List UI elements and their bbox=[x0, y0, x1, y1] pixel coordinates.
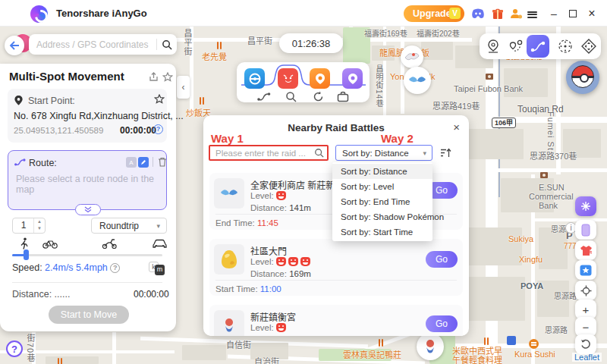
route-mode-draw-button[interactable] bbox=[138, 157, 149, 168]
sort-select[interactable]: Sort by: Distance ▾ bbox=[335, 145, 432, 161]
route-type-select[interactable]: Roundtrip ▾ bbox=[91, 218, 167, 234]
mode-joystick-icon[interactable] bbox=[557, 39, 574, 54]
map-label: Kura Sushi bbox=[514, 350, 555, 359]
sort-dropdown-menu: Sort by: Distance Sort by: Level Sort by… bbox=[332, 162, 432, 241]
start-to-move-button[interactable]: Start to Move bbox=[49, 306, 129, 324]
back-button[interactable] bbox=[5, 36, 24, 55]
share-icon[interactable] bbox=[149, 71, 159, 85]
location-pin-icon bbox=[14, 95, 24, 109]
speed-help-icon[interactable]: ? bbox=[110, 263, 120, 273]
app-tab-raid-icon[interactable] bbox=[278, 68, 298, 89]
raid-item[interactable]: 新莊鎮衡宮 Level: Distance: 289m Go bbox=[209, 305, 463, 336]
search-icon[interactable] bbox=[310, 148, 327, 158]
start-point-address: No. 678 Xingfu Rd,Xinzhuang District, ..… bbox=[14, 111, 184, 121]
raid-name: 社區大門 bbox=[250, 244, 287, 257]
unit-m[interactable]: m bbox=[155, 265, 165, 275]
reset-view-button[interactable] bbox=[575, 334, 596, 354]
speed-slider-track[interactable] bbox=[12, 254, 162, 256]
raid-panel-close-icon[interactable]: × bbox=[453, 121, 460, 133]
account-icon[interactable] bbox=[508, 6, 524, 21]
refresh-tool-icon[interactable] bbox=[311, 90, 325, 102]
device-button[interactable] bbox=[575, 220, 596, 240]
star-icon[interactable] bbox=[154, 94, 165, 106]
sort-option[interactable]: Sort by: Start Time bbox=[332, 224, 432, 240]
go-button[interactable]: Go bbox=[426, 251, 458, 268]
pokemon-marker-bird[interactable] bbox=[401, 46, 423, 68]
building bbox=[463, 129, 524, 159]
discord-icon[interactable] bbox=[470, 6, 486, 21]
sort-option[interactable]: Sort by: End Time bbox=[332, 194, 432, 209]
scooter-speed-icon[interactable] bbox=[102, 237, 117, 250]
mode-two-spot-icon[interactable] bbox=[508, 39, 524, 54]
upgrade-button[interactable]: Upgrade V bbox=[404, 5, 464, 22]
time-value: 11:45 bbox=[257, 218, 278, 228]
collection-button[interactable] bbox=[575, 260, 596, 280]
bank-icon bbox=[486, 74, 493, 80]
raid-item[interactable]: 社區大門 Level: Distance: 169m Start Time: 1… bbox=[209, 239, 463, 296]
locate-button[interactable] bbox=[575, 281, 596, 300]
burger-icon bbox=[529, 339, 539, 349]
titlebar: Tenorshare iAnyGo Upgrade V – × bbox=[0, 0, 607, 27]
wings-icon bbox=[407, 74, 427, 87]
walk-speed-icon[interactable] bbox=[17, 237, 32, 250]
shirt-icon bbox=[580, 245, 593, 256]
mode-multi-spot-selected[interactable] bbox=[527, 35, 549, 58]
map-label: 自信街 bbox=[226, 338, 251, 350]
route-box[interactable]: Route: A Please select a route node in t… bbox=[8, 150, 167, 210]
menu-icon[interactable] bbox=[527, 6, 543, 21]
level-label: Level: bbox=[250, 257, 274, 266]
sort-option[interactable]: Sort by: Level bbox=[332, 179, 432, 194]
sidebar-collapse-handle[interactable]: ‹ bbox=[177, 76, 190, 99]
bag-tool-icon[interactable] bbox=[336, 90, 350, 102]
cooldown-timer: 01:26:38 bbox=[279, 33, 343, 53]
app-tab-pokemon-map-icon[interactable] bbox=[244, 68, 265, 89]
building bbox=[463, 277, 525, 321]
close-button[interactable]: × bbox=[584, 6, 599, 21]
map-label: Taipei Fubon Bank bbox=[454, 84, 523, 93]
speed-row: Speed: 2.4m/s 5.4mph ? bbox=[12, 262, 120, 273]
search-icon[interactable] bbox=[157, 39, 177, 50]
loop-count-stepper[interactable]: 1 ▲▼ bbox=[12, 218, 46, 234]
pokemon-go-fab[interactable] bbox=[566, 61, 599, 94]
route-tool-icon[interactable] bbox=[257, 90, 271, 102]
restaurant-icon bbox=[199, 97, 205, 105]
route-mode-auto-button[interactable]: A bbox=[126, 157, 137, 168]
building bbox=[46, 356, 99, 364]
pokemon-marker-wings[interactable] bbox=[404, 67, 431, 94]
cooldown-feature-button[interactable] bbox=[575, 196, 596, 216]
trash-icon[interactable] bbox=[158, 156, 167, 170]
restaurant-icon bbox=[378, 339, 384, 347]
favorite-route-icon[interactable] bbox=[162, 71, 173, 85]
address-search-input[interactable]: Address / GPS Coordinates bbox=[29, 34, 177, 55]
outfit-button[interactable] bbox=[575, 240, 596, 260]
sort-order-icon[interactable] bbox=[440, 147, 451, 161]
sort-option[interactable]: Sort by: Shadow Pokémon bbox=[332, 209, 432, 224]
stepper-arrows[interactable]: ▲▼ bbox=[33, 218, 45, 233]
unit-toggle[interactable]: k m bbox=[149, 262, 167, 275]
route-label: Route: bbox=[29, 158, 57, 168]
minimize-button[interactable]: – bbox=[546, 6, 561, 21]
expand-route-button[interactable] bbox=[75, 204, 101, 215]
sort-option[interactable]: Sort by: Distance bbox=[332, 164, 432, 179]
gift-icon[interactable] bbox=[490, 6, 505, 21]
car-speed-icon[interactable] bbox=[152, 237, 167, 250]
bike-speed-icon[interactable] bbox=[42, 237, 58, 250]
mode-dpad-icon[interactable] bbox=[580, 39, 597, 54]
time-value: 11:00 bbox=[260, 284, 281, 293]
map-label: 福壽街202巷 bbox=[417, 27, 460, 39]
app-tab-spots-icon[interactable] bbox=[310, 68, 330, 89]
raid-search-input[interactable]: Please enter the raid ... bbox=[209, 145, 329, 161]
speed-slider-handle[interactable] bbox=[24, 249, 29, 260]
help-button[interactable]: ? bbox=[6, 340, 23, 357]
raid-level-icon bbox=[276, 257, 286, 266]
start-point-coordinates: 25.049513,121.450589 bbox=[14, 126, 103, 135]
raid-distance: Distance: 169m bbox=[250, 269, 311, 278]
app-tab-gpx-icon[interactable] bbox=[342, 68, 363, 89]
help-icon[interactable]: ? bbox=[153, 124, 163, 134]
go-button[interactable]: Go bbox=[426, 315, 458, 332]
maximize-button[interactable] bbox=[565, 6, 580, 21]
mode-teleport-icon[interactable] bbox=[485, 39, 502, 54]
search-tool-icon[interactable] bbox=[284, 90, 297, 102]
leaflet-attribution[interactable]: Leaflet bbox=[572, 353, 602, 362]
pokemon-marker-creature[interactable] bbox=[417, 333, 444, 360]
